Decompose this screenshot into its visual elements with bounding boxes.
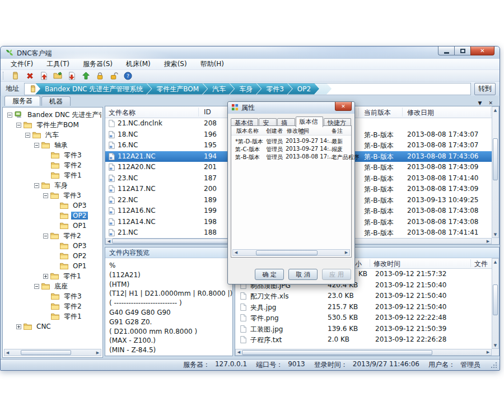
- file-id: 189: [204, 196, 217, 204]
- open-folder-icon[interactable]: [53, 71, 63, 81]
- attachments-vertical-scrollbar[interactable]: ▲▼: [492, 258, 499, 349]
- maximize-button[interactable]: [455, 46, 470, 55]
- toolbar: ?: [1, 70, 500, 82]
- tree-node[interactable]: 零件3: [4, 291, 101, 301]
- column-mod-time[interactable]: 修改时间: [287, 127, 309, 135]
- column-file-name[interactable]: 文件名称: [109, 108, 136, 118]
- address-input[interactable]: Bandex DNC 先进生产管理系统 零件生产BOM 汽车 车身 零件3 OP…: [24, 83, 471, 95]
- tree-node[interactable]: OP1: [4, 221, 101, 231]
- column-current-version[interactable]: 当前版本: [364, 108, 391, 118]
- folder-icon: [50, 232, 59, 240]
- tree-node[interactable]: CNC: [4, 321, 101, 332]
- menu-tools[interactable]: 工具(T): [41, 58, 75, 70]
- tree-node[interactable]: OP3: [4, 241, 101, 251]
- tree-node[interactable]: 零件1: [4, 311, 101, 321]
- attachment-row[interactable]: 工装图.jpg139.6 KB2013-09-12 21:50:39: [235, 324, 492, 335]
- tree-node[interactable]: 零件2: [4, 301, 101, 311]
- close-panel-icon[interactable]: ✕: [488, 100, 493, 106]
- upload-icon[interactable]: [81, 71, 91, 81]
- tree-node[interactable]: OP2: [4, 251, 101, 261]
- collapse-icon[interactable]: [43, 234, 48, 239]
- tab-machine[interactable]: 机器: [41, 96, 71, 106]
- unlock-icon[interactable]: [109, 71, 119, 81]
- attachment-row[interactable]: 配刀文件.xls23.0 KB2013-09-12 21:50:40: [235, 291, 492, 302]
- tab-version-info[interactable]: 版本信息: [296, 116, 323, 127]
- attachment-row[interactable]: 零件.png530.5 KB2013-09-12 22:22:48: [235, 312, 492, 324]
- dialog-title-bar[interactable]: 属性 ✕: [228, 102, 354, 114]
- version-row[interactable]: *第-D-版本 管理员 2013-09-27 14:... 最新: [231, 137, 351, 144]
- column-file[interactable]: 文件(&: [474, 259, 492, 269]
- checkout-document-icon[interactable]: [67, 71, 77, 81]
- attachments-horizontal-scrollbar[interactable]: ◀▶: [235, 349, 492, 356]
- version-row[interactable]: 第-B-版本 管理员 2013-08-08 17:... 老产品程序: [231, 152, 351, 160]
- tree-horizontal-scrollbar[interactable]: ◀▶: [4, 349, 101, 356]
- tree-node[interactable]: OP1: [4, 261, 101, 271]
- tree-node[interactable]: 零件1: [4, 271, 101, 281]
- attachment-row[interactable]: 子程序.txt2.0 KB2013-09-12 22:26:28: [235, 334, 492, 346]
- tree-node[interactable]: 底座: [4, 281, 101, 291]
- tree-node[interactable]: 零件1: [4, 170, 101, 180]
- tree-node[interactable]: 零件2: [4, 160, 101, 170]
- version-row[interactable]: 第-C-版本 管理员 2013-09-27 14:... 报废: [231, 144, 351, 152]
- breadcrumb-root[interactable]: Bandex DNC 先进生产管理系统: [35, 83, 151, 95]
- tree-node[interactable]: Bandex DNC 先进生产管理系统: [4, 110, 101, 120]
- tab-server[interactable]: 服务器: [4, 96, 40, 106]
- tree-node[interactable]: 零件3: [4, 150, 101, 160]
- ok-button[interactable]: 确 定: [255, 269, 284, 280]
- file-list-vertical-scrollbar[interactable]: ▲▼: [492, 106, 499, 238]
- delete-icon[interactable]: [25, 71, 35, 81]
- tree-node[interactable]: 车身: [4, 180, 101, 190]
- collapse-icon[interactable]: [34, 183, 39, 188]
- breadcrumb-bom[interactable]: 零件生产BOM: [147, 83, 207, 95]
- expand-icon[interactable]: [16, 324, 21, 329]
- collapse-icon[interactable]: [43, 193, 48, 198]
- version-list-horizontal-scrollbar[interactable]: ◀▶: [232, 249, 350, 256]
- column-modified-time[interactable]: 修改时间: [374, 259, 400, 269]
- menu-search[interactable]: 搜索(S): [158, 58, 193, 70]
- tree-node[interactable]: 零件3: [4, 190, 101, 200]
- column-version-name[interactable]: 版本名称: [236, 127, 259, 135]
- column-creator[interactable]: 创建者: [266, 127, 283, 135]
- pin-panel-icon[interactable]: ▼: [478, 100, 482, 106]
- column-modified-date[interactable]: 修改日期: [407, 108, 434, 118]
- breadcrumb-part3[interactable]: 零件3: [256, 83, 292, 95]
- version-list-header[interactable]: 版本名称 创建者 修改时间 备注: [231, 126, 351, 136]
- tree-node[interactable]: 轴承: [4, 140, 101, 150]
- tree-node[interactable]: 零件生产BOM: [4, 120, 101, 130]
- minimize-button[interactable]: [438, 46, 455, 55]
- properties-icon: [231, 104, 239, 113]
- resize-grip[interactable]: [491, 362, 497, 368]
- expand-icon[interactable]: [43, 274, 48, 279]
- collapse-icon[interactable]: [7, 113, 12, 118]
- menu-file[interactable]: 文件(F): [5, 58, 39, 70]
- title-bar[interactable]: DNC客户端 ✕: [1, 46, 500, 59]
- tree-node-label: 零件3: [62, 191, 83, 200]
- menu-server[interactable]: 服务器(S): [77, 58, 118, 70]
- new-folder-icon[interactable]: [11, 71, 21, 81]
- breadcrumb-body[interactable]: 车身: [230, 83, 261, 95]
- tree-node-label: 汽车: [44, 130, 60, 140]
- tree-node[interactable]: 零件2: [4, 231, 101, 241]
- file-id: 196: [204, 130, 217, 138]
- collapse-icon[interactable]: [34, 284, 39, 289]
- breadcrumb-op2[interactable]: OP2: [288, 83, 319, 95]
- column-id[interactable]: ID: [204, 108, 211, 116]
- go-button[interactable]: 转到: [474, 83, 496, 95]
- tree-node[interactable]: OP2: [4, 211, 101, 221]
- cancel-button[interactable]: 取 消: [288, 269, 318, 280]
- dialog-close-icon[interactable]: ✕: [335, 102, 352, 111]
- column-note[interactable]: 备注: [332, 127, 343, 135]
- help-icon[interactable]: ?: [123, 71, 133, 81]
- tree-node[interactable]: 汽车: [4, 130, 101, 140]
- menu-machine[interactable]: 机床(M): [120, 58, 156, 70]
- menu-help[interactable]: 帮助(H): [195, 58, 230, 70]
- lock-icon[interactable]: [95, 71, 105, 81]
- tree-node[interactable]: OP3: [4, 200, 101, 211]
- collapse-icon[interactable]: [25, 133, 30, 138]
- attachment-row[interactable]: 夹具.jpg215.7 KB2013-09-12 21:50:40: [235, 302, 492, 313]
- breadcrumb-auto[interactable]: 汽车: [203, 83, 234, 95]
- collapse-icon[interactable]: [34, 143, 39, 148]
- close-button[interactable]: ✕: [470, 46, 494, 55]
- collapse-icon[interactable]: [16, 123, 21, 128]
- checkin-document-icon[interactable]: [39, 71, 49, 81]
